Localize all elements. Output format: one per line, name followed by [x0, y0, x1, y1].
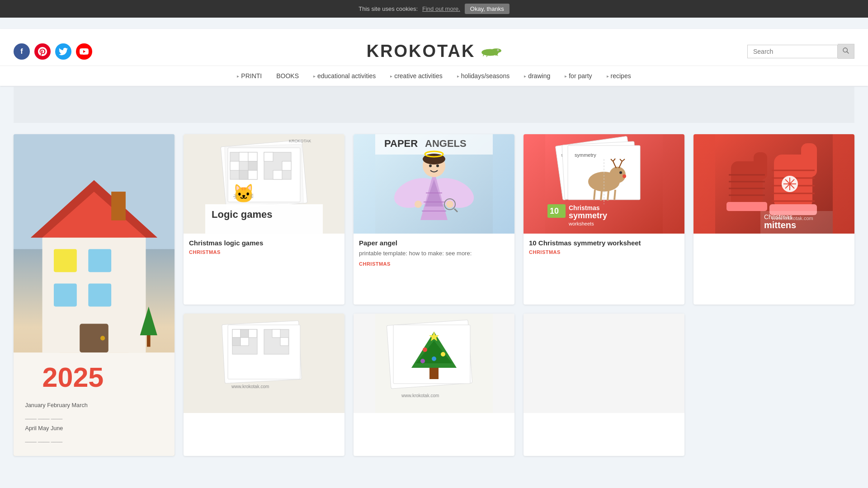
svg-text:worksheets: worksheets	[568, 221, 594, 226]
nav-books[interactable]: BOOKS	[269, 66, 306, 86]
svg-text:2025: 2025	[42, 362, 104, 393]
nav-edu-arrow: ▸	[313, 74, 316, 79]
svg-point-137	[423, 347, 427, 352]
nav-educational[interactable]: ▸ educational activities	[306, 66, 383, 86]
svg-text:🐱: 🐱	[232, 183, 255, 204]
card-placeholder-6-body	[184, 413, 344, 424]
card-sym2-body	[354, 413, 514, 424]
twitter-icon[interactable]	[55, 43, 71, 60]
svg-text:10: 10	[550, 206, 559, 216]
svg-point-57	[446, 201, 453, 208]
site-logo[interactable]: KROKOTAK	[367, 42, 502, 61]
card-placeholder-6[interactable]: www.krokotak.com	[184, 314, 344, 456]
nav-drawing-arrow: ▸	[524, 74, 526, 79]
svg-rect-94	[726, 202, 767, 211]
cookie-ok-button[interactable]: Okay, thanks	[465, 4, 509, 14]
svg-point-3	[498, 49, 499, 50]
cards-grid: 2025 January February March ____ ____ __…	[14, 134, 854, 456]
mittens-illustration: www.krokotak.com Christmas mittens	[693, 134, 854, 234]
svg-point-79	[623, 174, 626, 178]
svg-point-12	[100, 336, 105, 340]
card-calendar[interactable]: 2025 January February March ____ ____ __…	[14, 134, 175, 456]
card-angel-body: Paper angel printable template: how to m…	[354, 234, 514, 272]
main-content: 2025 January February March ____ ____ __…	[0, 87, 868, 474]
svg-text:April       May        June: April May June	[25, 425, 63, 432]
card-symmetry-tag: CHRISTMAS	[529, 249, 679, 255]
pinterest-icon[interactable]	[34, 43, 51, 60]
svg-rect-124	[249, 329, 257, 338]
logo-crocodile-icon	[479, 42, 501, 61]
search-box	[747, 44, 854, 59]
svg-point-139	[432, 357, 436, 361]
nav-holidays-arrow: ▸	[457, 74, 459, 79]
logo-text: KROKOTAK	[367, 42, 476, 61]
nav-creative-arrow: ▸	[390, 74, 392, 79]
svg-text:KROKOTAK: KROKOTAK	[289, 139, 311, 143]
svg-point-112	[788, 183, 791, 185]
svg-rect-10	[88, 284, 111, 307]
svg-rect-37	[282, 161, 291, 170]
svg-point-53	[429, 164, 432, 167]
nav-printi[interactable]: ▸ PRINTI	[230, 66, 269, 86]
nav-recipes-arrow: ▸	[607, 74, 609, 79]
svg-text:Christmas: Christmas	[764, 213, 793, 221]
svg-rect-8	[88, 249, 111, 272]
svg-rect-129	[280, 338, 288, 346]
symmetry-2-illustration: www.krokotak.com	[354, 314, 514, 413]
card-mittens[interactable]: www.krokotak.com Christmas mittens	[693, 134, 854, 305]
card-logic-title: Christmas logic games	[189, 239, 339, 247]
card-logic-games[interactable]: 🐱 Logic games KROKOTAK Christmas logic g…	[184, 134, 344, 305]
svg-text:Christmas: Christmas	[569, 204, 600, 211]
svg-text:Logic games: Logic games	[212, 209, 272, 220]
svg-rect-23	[147, 335, 151, 347]
svg-line-81	[601, 191, 602, 201]
nav-holidays[interactable]: ▸ holidays/seasons	[450, 66, 517, 86]
svg-line-80	[594, 190, 595, 200]
svg-point-140	[420, 359, 425, 363]
nav-drawing[interactable]: ▸ drawing	[517, 66, 557, 86]
card-symmetry-title: 10 Christmas symmetry worksheet	[529, 239, 679, 247]
svg-text:www.krokotak.com: www.krokotak.com	[401, 393, 439, 398]
svg-rect-125	[232, 338, 241, 346]
nav-party-arrow: ▸	[565, 74, 567, 79]
advertisement-banner	[14, 87, 854, 123]
nav-creative[interactable]: ▸ creative activities	[383, 66, 450, 86]
cookie-message: This site uses cookies:	[359, 5, 418, 12]
card-symmetry[interactable]: symmetry symmetry symmetry	[524, 134, 684, 305]
main-nav: ▸ PRINTI BOOKS ▸ educational activities …	[0, 66, 868, 86]
svg-rect-30	[248, 152, 257, 161]
card-symmetry-2[interactable]: www.krokotak.com	[354, 314, 514, 456]
svg-line-82	[608, 191, 609, 201]
svg-point-78	[619, 171, 622, 174]
svg-rect-29	[239, 152, 248, 161]
social-icons: f	[14, 43, 92, 60]
svg-text:____      ____      ____: ____ ____ ____	[24, 414, 62, 419]
svg-rect-34	[248, 170, 257, 179]
card-paper-angel[interactable]: PAPER ANGELS	[354, 134, 514, 305]
cookie-link[interactable]: Find out more.	[422, 5, 460, 12]
card-angel-title: Paper angel	[359, 239, 509, 247]
svg-rect-31	[230, 161, 239, 170]
nav-party[interactable]: ▸ for party	[557, 66, 599, 86]
svg-rect-15	[111, 192, 126, 221]
placeholder-6-illustration: www.krokotak.com	[184, 314, 344, 413]
svg-rect-100	[801, 143, 817, 177]
card-placeholder-8[interactable]	[524, 314, 684, 456]
search-input[interactable]	[747, 45, 838, 58]
svg-rect-123	[241, 329, 249, 338]
card-logic-tag: CHRISTMAS	[189, 249, 339, 255]
facebook-icon[interactable]: f	[14, 43, 30, 60]
svg-rect-122	[232, 329, 241, 338]
card-symmetry-body: 10 Christmas symmetry worksheet CHRISTMA…	[524, 234, 684, 260]
paper-angel-illustration: PAPER ANGELS	[354, 134, 514, 234]
svg-rect-32	[248, 161, 257, 170]
svg-line-83	[614, 190, 615, 200]
nav-recipes[interactable]: ▸ recipes	[599, 66, 638, 86]
svg-text:PAPER: PAPER	[384, 138, 418, 149]
svg-point-56	[415, 201, 422, 208]
svg-rect-38	[273, 170, 282, 179]
placeholder-8-image	[524, 314, 684, 413]
search-button[interactable]	[838, 44, 854, 59]
youtube-icon[interactable]	[76, 43, 92, 60]
calendar-house-illustration: 2025 January February March ____ ____ __…	[14, 134, 175, 456]
